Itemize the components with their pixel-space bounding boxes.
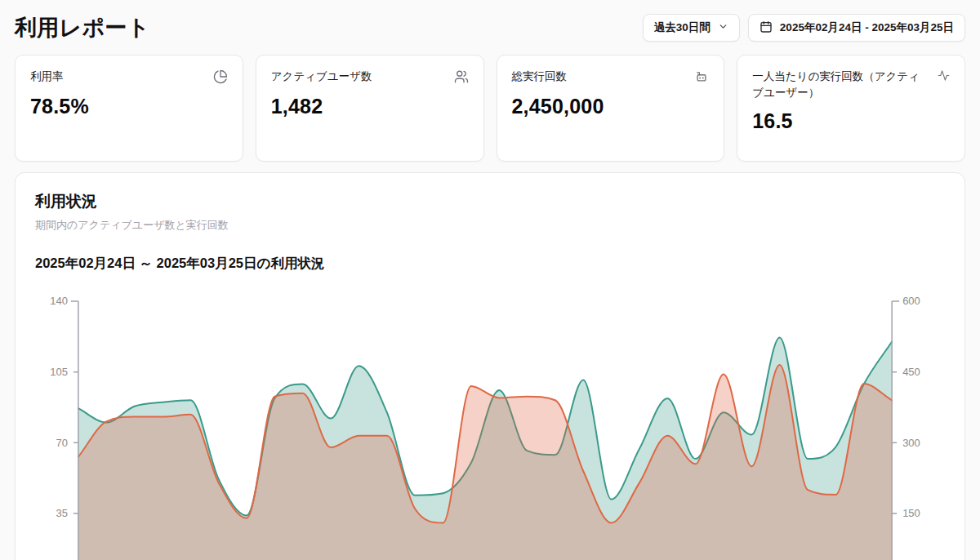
left-axis-tick-label: 105 <box>50 366 68 378</box>
pie-chart-icon <box>213 69 228 87</box>
stat-value: 16.5 <box>752 109 950 133</box>
right-axis-tick-label: 600 <box>902 295 920 307</box>
bot-icon <box>694 69 709 87</box>
users-icon <box>454 69 469 87</box>
usage-area-chart: 1401057035600450300150 <box>16 291 964 560</box>
calendar-icon <box>760 20 773 36</box>
right-axis-tick-label: 300 <box>902 437 920 449</box>
left-axis-tick-label: 35 <box>56 507 67 519</box>
header-controls: 過去30日間 2025年02月24日 - 2025年03月25日 <box>643 14 965 42</box>
right-axis-tick-label: 150 <box>902 507 920 519</box>
stat-label: アクティブユーザ数 <box>271 69 372 85</box>
stat-label: 一人当たりの実行回数（アクティブユーザー） <box>752 69 929 102</box>
stats-row: 利用率 78.5% アクティブユーザ数 1,482 総実行回数 <box>15 55 965 162</box>
stat-value: 78.5% <box>30 95 228 118</box>
page-title: 利用レポート <box>15 13 150 42</box>
left-axis-tick-label: 140 <box>50 295 68 307</box>
activity-icon <box>938 69 950 85</box>
date-range-picker[interactable]: 2025年02月24日 - 2025年03月25日 <box>748 14 965 42</box>
period-dropdown-label: 過去30日間 <box>654 20 710 35</box>
period-dropdown[interactable]: 過去30日間 <box>643 14 740 42</box>
section-title: 利用状況 <box>35 191 945 212</box>
stat-value: 1,482 <box>271 95 469 118</box>
stat-card-executions-per-user: 一人当たりの実行回数（アクティブユーザー） 16.5 <box>737 55 965 162</box>
chart-area: 1401057035600450300150 <box>16 291 964 560</box>
section-subtitle: 期間内のアクティブユーザ数と実行回数 <box>35 218 945 233</box>
page-header: 利用レポート 過去30日間 2025年02月24日 - 2025年03月25日 <box>15 11 965 44</box>
chevron-down-icon <box>718 21 728 34</box>
date-range-label: 2025年02月24日 - 2025年03月25日 <box>780 20 954 35</box>
chart-title: 2025年02月24日 ～ 2025年03月25日の利用状況 <box>35 255 945 273</box>
stat-card-usage-rate: 利用率 78.5% <box>15 55 243 162</box>
stat-value: 2,450,000 <box>512 95 710 118</box>
stat-card-active-users: アクティブユーザ数 1,482 <box>256 55 484 162</box>
stat-label: 利用率 <box>30 69 64 85</box>
right-axis-tick-label: 450 <box>902 366 920 378</box>
usage-status-card: 利用状況 期間内のアクティブユーザ数と実行回数 2025年02月24日 ～ 20… <box>15 172 965 560</box>
stat-label: 総実行回数 <box>512 69 568 85</box>
stat-card-total-executions: 総実行回数 2,450,000 <box>497 55 725 162</box>
left-axis-tick-label: 70 <box>56 437 67 449</box>
usage-report-page: 利用レポート 過去30日間 2025年02月24日 - 2025年03月25日 … <box>0 0 980 560</box>
